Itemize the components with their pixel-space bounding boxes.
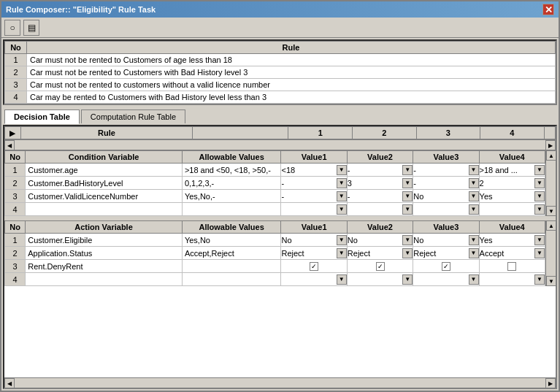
action-checkbox-1 (281, 260, 347, 273)
cond-value-2: - ▼ (347, 190, 413, 203)
act-scroll-down[interactable]: ▼ (546, 276, 556, 286)
actions-section: No Action Variable Allowable Values Valu… (4, 220, 556, 286)
cond-value4-header: Value4 (479, 151, 545, 164)
tabs-area: Decision Table Computation Rule Table (1, 107, 559, 123)
header-col-3: 3 (416, 127, 480, 139)
header-rule-col: Rule (20, 127, 192, 139)
act-dropdown-1-3[interactable]: ▼ (469, 235, 479, 245)
cond-value1-header: Value1 (281, 151, 347, 164)
cond-dropdown-3-1[interactable]: ▼ (337, 191, 347, 201)
action-variable (26, 273, 183, 286)
condition-row: 2 Customer.BadHistoryLevel 0,1,2,3,- - ▼… (5, 177, 545, 190)
toolbar: ○ ▤ (1, 18, 559, 38)
act-dropdown-2-4[interactable]: ▼ (534, 248, 545, 258)
cond-value-4: Yes ▼ (479, 190, 545, 203)
cond-dropdown-3-2[interactable]: ▼ (402, 191, 413, 201)
col-header-no: No (5, 42, 27, 54)
cond-value-1: - ▼ (281, 177, 347, 190)
rule-no: 1 (5, 54, 27, 66)
tab-decision[interactable]: Decision Table (4, 109, 80, 124)
cond-dropdown-3-4[interactable]: ▼ (534, 191, 545, 201)
action-row: 4 ▼ ▼ ▼ (5, 273, 545, 286)
action-variable-header: Action Variable (26, 221, 183, 234)
header-col-2: 2 (353, 127, 417, 139)
cond-dropdown-2-2[interactable]: ▼ (402, 178, 413, 188)
scroll-right-btn[interactable]: ▶ (545, 140, 556, 150)
action-row: 2 Application.Status Accept,Reject Rejec… (5, 247, 545, 260)
act-dropdown-4-2[interactable]: ▼ (402, 274, 413, 285)
action-variable: Rent.DenyRent (26, 260, 183, 273)
cond-dropdown-2-3[interactable]: ▼ (469, 178, 479, 188)
rule-row: 4 Car may be rented to Customers with Ba… (5, 91, 556, 104)
action-value-2: Reject ▼ (347, 247, 413, 260)
act-dropdown-2-1[interactable]: ▼ (337, 248, 347, 258)
cond-value3-header: Value3 (413, 151, 479, 164)
checkbox-3-4[interactable] (507, 262, 516, 271)
cond-dropdown-3-3[interactable]: ▼ (469, 191, 479, 201)
actions-table: No Action Variable Allowable Values Valu… (4, 220, 545, 286)
act-dropdown-4-4[interactable]: ▼ (534, 274, 545, 285)
act-scroll-up[interactable]: ▲ (546, 220, 556, 231)
act-dropdown-4-1[interactable]: ▼ (337, 274, 347, 285)
cond-variable (26, 203, 183, 216)
cond-dropdown-2-1[interactable]: ▼ (337, 178, 347, 188)
cond-value-3: No ▼ (413, 190, 479, 203)
bottom-scroll-right[interactable]: ▶ (545, 378, 556, 388)
toolbar-btn2[interactable]: ▤ (23, 20, 39, 36)
header-arrow[interactable]: ▶ (5, 127, 21, 139)
tab-computation[interactable]: Computation Rule Table (81, 109, 185, 123)
act-dropdown-2-2[interactable]: ▼ (402, 248, 413, 258)
act-dropdown-4-3[interactable]: ▼ (469, 274, 479, 285)
checkbox-3-1[interactable] (310, 262, 318, 271)
toolbar-btn1[interactable]: ○ (4, 20, 20, 36)
rule-no: 2 (5, 66, 27, 79)
title-bar: Rule Composer:: "Eligibility" Rule Task … (1, 1, 559, 18)
action-value-4: Yes ▼ (479, 234, 545, 247)
cond-value-1: ▼ (281, 203, 347, 216)
cond-scroll-up[interactable]: ▲ (546, 150, 556, 161)
bottom-scroll-left[interactable]: ◀ (4, 378, 15, 388)
cond-dropdown-1-2[interactable]: ▼ (402, 165, 413, 175)
action-value-2: ▼ (347, 273, 413, 286)
cond-dropdown-1-1[interactable]: ▼ (337, 165, 347, 175)
act-dropdown-1-2[interactable]: ▼ (402, 235, 413, 245)
action-checkbox-2 (347, 260, 413, 273)
checkbox-3-2[interactable] (376, 262, 385, 271)
cond-dropdown-4-3[interactable]: ▼ (469, 204, 479, 215)
conditions-section: No Condition Variable Allowable Values V… (4, 150, 556, 216)
cond-dropdown-1-3[interactable]: ▼ (469, 165, 479, 175)
action-value-3: ▼ (413, 273, 479, 286)
action-allowable-header: Allowable Values (182, 221, 281, 234)
act-dropdown-1-4[interactable]: ▼ (534, 235, 545, 245)
cond-variable-header: Condition Variable (26, 151, 183, 164)
cond-dropdown-2-4[interactable]: ▼ (534, 178, 545, 188)
rule-text: Car must not be rented to Customers with… (27, 66, 556, 79)
cond-dropdown-1-4[interactable]: ▼ (534, 165, 545, 175)
action-value-1: ▼ (281, 273, 347, 286)
scroll-left-btn[interactable]: ◀ (4, 140, 15, 150)
cond-dropdown-4-2[interactable]: ▼ (402, 204, 413, 215)
cond-row-no: 1 (5, 164, 26, 177)
cond-row-no: 3 (5, 190, 26, 203)
action-row: 3 Rent.DenyRent (5, 260, 545, 273)
action-variable: Application.Status (26, 247, 183, 260)
cond-dropdown-4-1[interactable]: ▼ (337, 204, 347, 215)
rules-table: No Rule 1 Car must not be rented to Cust… (4, 41, 556, 104)
close-button[interactable]: ✕ (542, 4, 554, 15)
header-table: ▶ Rule 1 2 3 4 (4, 126, 556, 139)
checkbox-3-3[interactable] (442, 262, 450, 271)
cond-value-4: ▼ (479, 203, 545, 216)
header-col-4: 4 (480, 127, 545, 139)
decision-panel: ▶ Rule 1 2 3 4 ◀ ▶ (3, 125, 557, 389)
cond-scroll-down[interactable]: ▼ (546, 206, 556, 216)
action-value-3: Reject ▼ (413, 247, 479, 260)
cond-dropdown-4-4[interactable]: ▼ (534, 204, 545, 215)
action-allowable (182, 260, 281, 273)
cond-allowable: Yes,No,- (182, 190, 281, 203)
act-dropdown-2-3[interactable]: ▼ (469, 248, 479, 258)
act-dropdown-1-1[interactable]: ▼ (337, 235, 347, 245)
cond-variable: Customer.ValidLicenceNumber (26, 190, 183, 203)
rule-row: 2 Car must not be rented to Customers wi… (5, 66, 556, 79)
conditions-table: No Condition Variable Allowable Values V… (4, 150, 545, 216)
main-window: Rule Composer:: "Eligibility" Rule Task … (0, 0, 560, 392)
